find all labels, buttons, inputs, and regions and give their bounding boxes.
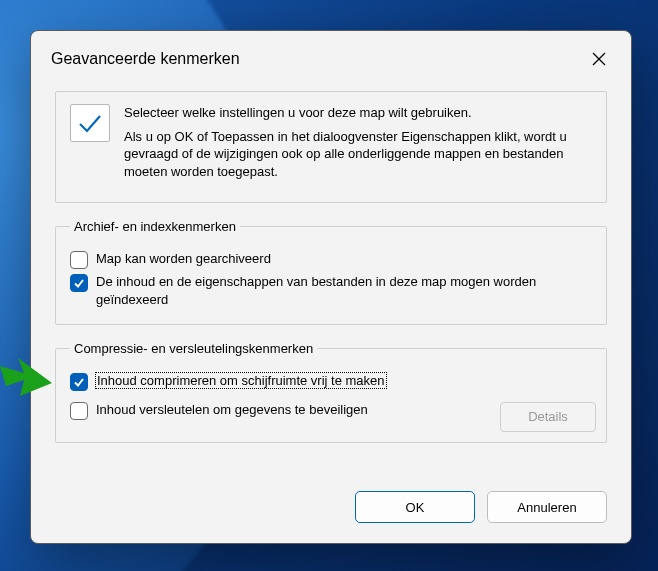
- dialog-title: Geavanceerde kenmerken: [51, 50, 240, 68]
- dialog-content: Selecteer welke instellingen u voor deze…: [31, 85, 631, 477]
- checkmark-icon: [73, 376, 85, 388]
- index-checkbox[interactable]: [70, 274, 88, 292]
- intro-line-1: Selecteer welke instellingen u voor deze…: [124, 104, 592, 122]
- compress-checkbox[interactable]: [70, 373, 88, 391]
- compress-encrypt-group: Compressie- en versleutelingskenmerken I…: [55, 341, 607, 443]
- details-button: Details: [500, 402, 596, 432]
- cancel-button[interactable]: Annuleren: [487, 491, 607, 523]
- close-icon: [592, 52, 606, 66]
- checkmark-icon: [73, 277, 85, 289]
- titlebar: Geavanceerde kenmerken: [31, 31, 631, 85]
- compress-row: Inhoud comprimeren om schijfruimte vrij …: [70, 372, 592, 391]
- archive-label: Map kan worden gearchiveerd: [96, 250, 271, 268]
- archive-checkbox[interactable]: [70, 251, 88, 269]
- archive-index-group: Archief- en indexkenmerken Map kan worde…: [55, 219, 607, 325]
- intro-line-2: Als u op OK of Toepassen in het dialoogv…: [124, 128, 592, 181]
- advanced-attributes-dialog: Geavanceerde kenmerken Selecteer welke i…: [30, 30, 632, 544]
- index-row: De inhoud en de eigenschappen van bestan…: [70, 273, 592, 308]
- index-label: De inhoud en de eigenschappen van bestan…: [96, 273, 566, 308]
- ok-button[interactable]: OK: [355, 491, 475, 523]
- dialog-button-row: OK Annuleren: [31, 491, 631, 543]
- encrypt-label: Inhoud versleutelen om gegevens te bevei…: [96, 401, 368, 419]
- intro-panel: Selecteer welke instellingen u voor deze…: [55, 91, 607, 203]
- close-button[interactable]: [583, 43, 615, 75]
- compress-label: Inhoud comprimeren om schijfruimte vrij …: [96, 372, 386, 390]
- archive-row: Map kan worden gearchiveerd: [70, 250, 592, 269]
- compress-encrypt-legend: Compressie- en versleutelingskenmerken: [70, 341, 317, 356]
- folder-check-icon: [70, 104, 110, 142]
- intro-text: Selecteer welke instellingen u voor deze…: [124, 104, 592, 186]
- archive-index-legend: Archief- en indexkenmerken: [70, 219, 240, 234]
- encrypt-checkbox[interactable]: [70, 402, 88, 420]
